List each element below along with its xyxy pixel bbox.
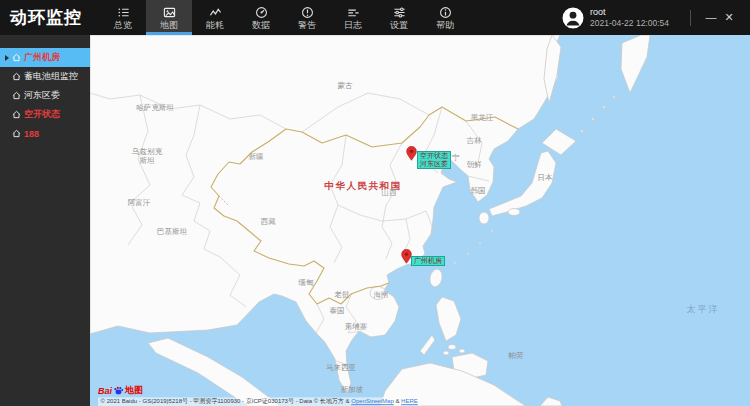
- tab-energy[interactable]: 能耗: [192, 0, 238, 35]
- window-controls-divider: [690, 10, 691, 26]
- energy-pulse-icon: [209, 6, 222, 19]
- minimize-button[interactable]: —: [702, 0, 720, 35]
- sidebar-item-label: 蓄电池组监控: [24, 70, 78, 83]
- sidebar-item-site-188[interactable]: 188: [0, 124, 90, 143]
- attribution-text: © 2021 Baidu - GS(2019)5218号 - 甲测资字11009…: [101, 398, 352, 404]
- log-icon: [347, 6, 360, 19]
- map-canvas[interactable]: [90, 35, 750, 406]
- marker-guangzhou-label[interactable]: 广州机房: [411, 256, 445, 266]
- tab-alerts[interactable]: 警告: [284, 0, 330, 35]
- active-tab-indicator: [146, 32, 192, 35]
- baidu-logo: Bai 地图: [98, 384, 143, 397]
- house-icon: [12, 110, 21, 119]
- map-pin-icon[interactable]: [406, 146, 417, 161]
- site-sidebar: 广州机房蓄电池组监控河东区委空开状态188: [0, 35, 90, 406]
- tab-label: 地图: [160, 21, 178, 30]
- main-nav: 总览地图能耗数据警告日志设置帮助: [100, 0, 468, 35]
- tab-label: 设置: [390, 21, 408, 30]
- tab-label: 能耗: [206, 21, 224, 30]
- app-title: 动环监控: [0, 0, 100, 35]
- sidebar-item-label: 河东区委: [24, 89, 60, 102]
- sidebar-item-breaker-status[interactable]: 空开状态: [0, 105, 90, 124]
- settings-icon: [393, 6, 406, 19]
- gauge-icon: [255, 6, 268, 19]
- attribution-link-openstreetmap[interactable]: OpenStreetMap: [351, 398, 394, 404]
- house-icon: [12, 72, 21, 81]
- sidebar-item-guangzhou-room[interactable]: 广州机房: [0, 48, 90, 67]
- tab-label: 数据: [252, 21, 270, 30]
- user-name: root: [590, 7, 669, 17]
- tab-overview[interactable]: 总览: [100, 0, 146, 35]
- help-icon: [439, 6, 452, 19]
- header-bar: 动环监控 总览地图能耗数据警告日志设置帮助 root 2021-04-22 12…: [0, 0, 750, 35]
- tab-label: 帮助: [436, 21, 454, 30]
- list-icon: [117, 6, 130, 19]
- sidebar-item-label: 空开状态: [24, 108, 60, 121]
- house-icon: [12, 91, 21, 100]
- sidebar-item-label: 广州机房: [24, 51, 60, 64]
- alarm-icon: [301, 6, 314, 19]
- login-datetime: 2021-04-22 12:00:54: [590, 18, 669, 28]
- sidebar-item-label: 188: [24, 129, 39, 139]
- close-button[interactable]: ✕: [720, 0, 738, 35]
- tab-label: 日志: [344, 21, 362, 30]
- attribution-link-here[interactable]: HERE: [401, 398, 418, 404]
- tab-data[interactable]: 数据: [238, 0, 284, 35]
- map-image-icon: [163, 6, 176, 19]
- house-icon: [12, 53, 21, 62]
- map-view[interactable]: 哈萨克斯坦乌兹别克 斯坦阿富汗巴基斯坦蒙古新疆西藏中华人民共和国山西黑龙江吉林辽…: [90, 35, 750, 406]
- user-avatar-icon[interactable]: [562, 7, 584, 29]
- user-meta: root 2021-04-22 12:00:54: [590, 7, 669, 28]
- header-right: root 2021-04-22 12:00:54 — ✕: [562, 0, 750, 35]
- sidebar-item-battery-monitor[interactable]: 蓄电池组监控: [0, 67, 90, 86]
- tab-label: 总览: [114, 21, 132, 30]
- sidebar-item-hedong-district[interactable]: 河东区委: [0, 86, 90, 105]
- map-attribution: © 2021 Baidu - GS(2019)5218号 - 甲测资字11009…: [98, 397, 420, 406]
- house-icon: [12, 129, 21, 138]
- marker-hedong-label[interactable]: 空开状态河东区委: [417, 151, 451, 169]
- baidu-paw-icon: [113, 385, 124, 396]
- tab-help[interactable]: 帮助: [422, 0, 468, 35]
- tab-logs[interactable]: 日志: [330, 0, 376, 35]
- tab-settings[interactable]: 设置: [376, 0, 422, 35]
- tab-map[interactable]: 地图: [146, 0, 192, 35]
- tab-label: 警告: [298, 21, 316, 30]
- expand-arrow-icon: [5, 55, 12, 61]
- app-window: 动环监控 总览地图能耗数据警告日志设置帮助 root 2021-04-22 12…: [0, 0, 750, 406]
